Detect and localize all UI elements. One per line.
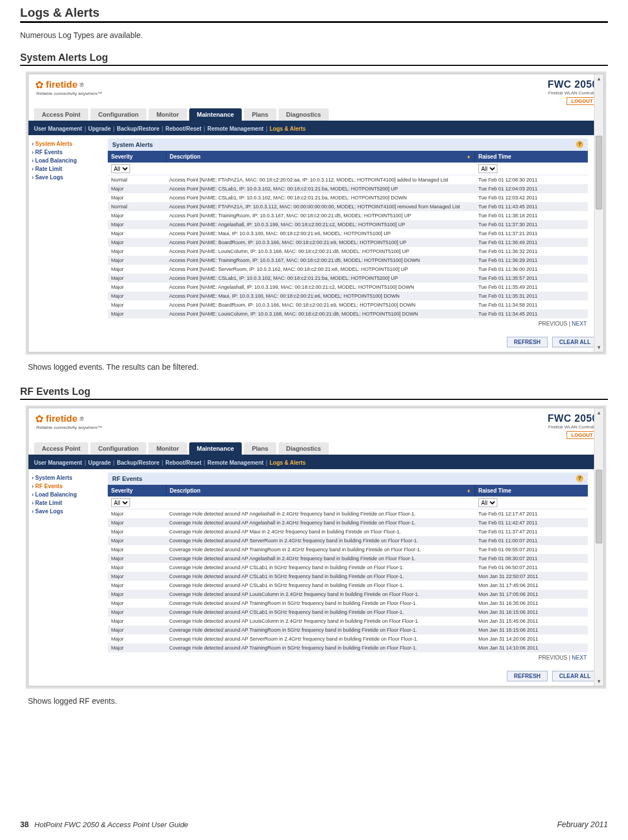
table-row: MajorAccess Point [NAME: CSLab1, IP: 10.… xyxy=(108,274,588,283)
tab-plans[interactable]: Plans xyxy=(244,108,276,121)
scroll-up-icon[interactable]: ▲ xyxy=(595,408,603,417)
caption-rf-events: Shows logged RF events. xyxy=(28,696,608,705)
sidebar-item-save-logs[interactable]: Save Logs xyxy=(32,507,103,516)
cell-severity: Major xyxy=(108,554,166,563)
cell-severity: Major xyxy=(108,220,166,229)
subnav-upgrade[interactable]: Upgrade xyxy=(88,126,111,132)
tab-access-point[interactable]: Access Point xyxy=(34,108,88,121)
scroll-down-icon[interactable]: ▼ xyxy=(595,343,603,352)
cell-description: Coverage Hole detected around AP Trainin… xyxy=(166,626,475,634)
sidebar-item-system-alerts[interactable]: System Alerts xyxy=(32,140,103,148)
cell-severity: Major xyxy=(108,184,166,193)
scroll-down-icon[interactable]: ▼ xyxy=(595,677,603,686)
sidebar-item-system-alerts[interactable]: System Alerts xyxy=(32,474,103,482)
cell-description: Access Point [NAME: CSLab1, IP: 10.0.3.1… xyxy=(166,184,475,193)
time-filter[interactable]: All xyxy=(478,498,497,507)
tab-maintenance[interactable]: Maintenance xyxy=(189,108,242,121)
subnav-remote-management[interactable]: Remote Management xyxy=(208,460,264,466)
help-icon[interactable]: ? xyxy=(576,141,583,148)
cell-description: Coverage Hole detected around AP Angelas… xyxy=(166,554,475,563)
intro-text: Numerous Log Types are available. xyxy=(20,31,608,40)
table-row: MajorCoverage Hole detected around AP Tr… xyxy=(108,626,588,634)
table-row: MajorAccess Point [NAME: LouisColumn, IP… xyxy=(108,309,588,318)
subnav-remote-management[interactable]: Remote Management xyxy=(208,126,264,132)
cell-description: Coverage Hole detected around AP CSLab1 … xyxy=(166,608,475,617)
table-row: MajorCoverage Hole detected around AP Se… xyxy=(108,536,588,545)
cell-time: Tue Feb 01 12:17:47 2011 xyxy=(475,509,588,518)
cell-severity: Major xyxy=(108,211,166,220)
refresh-button[interactable]: REFRESH xyxy=(507,671,548,681)
brand-logo: ✿ firetide® xyxy=(35,79,102,91)
table-row: MajorCoverage Hole detected around AP An… xyxy=(108,554,588,563)
cell-severity: Major xyxy=(108,617,166,626)
refresh-button[interactable]: REFRESH xyxy=(507,337,548,347)
col-raised-time[interactable]: Raised Time xyxy=(474,151,588,163)
tab-maintenance[interactable]: Maintenance xyxy=(189,442,242,455)
tab-access-point[interactable]: Access Point xyxy=(34,442,88,455)
subnav-reboot-reset[interactable]: Reboot/Reset xyxy=(165,460,201,466)
tab-configuration[interactable]: Configuration xyxy=(90,442,146,455)
cell-description: Access Point [NAME: FTAPA21A, IP: 10.0.3… xyxy=(166,202,475,211)
table-row: MajorAccess Point [NAME: ServerRoom, IP:… xyxy=(108,265,588,274)
cell-severity: Major xyxy=(108,292,166,300)
cell-severity: Major xyxy=(108,256,166,265)
tab-monitor[interactable]: Monitor xyxy=(148,108,186,121)
product-subtitle: Firetide WLAN Controller xyxy=(548,90,598,96)
tab-configuration[interactable]: Configuration xyxy=(90,108,146,121)
col-description[interactable]: Description♦ xyxy=(166,485,474,497)
cell-severity: Major xyxy=(108,247,166,256)
cell-time: Tue Feb 01 11:37:30 2011 xyxy=(475,220,588,229)
subnav-upgrade[interactable]: Upgrade xyxy=(88,460,111,466)
cell-severity: Major xyxy=(108,509,166,518)
sidebar-item-load-balancing[interactable]: Load Balancing xyxy=(32,156,103,165)
clear-all-button[interactable]: CLEAR ALL xyxy=(552,337,598,347)
clear-all-button[interactable]: CLEAR ALL xyxy=(552,671,598,681)
tab-plans[interactable]: Plans xyxy=(244,442,276,455)
col-raised-time[interactable]: Raised Time xyxy=(474,485,588,497)
col-description[interactable]: Description♦ xyxy=(166,151,474,163)
subnav-reboot-reset[interactable]: Reboot/Reset xyxy=(165,126,201,132)
next-link[interactable]: NEXT xyxy=(572,655,587,661)
sort-icon[interactable]: ♦ xyxy=(467,154,470,160)
subnav-backup-restore[interactable]: Backup/Restore xyxy=(117,126,159,132)
cell-description: Coverage Hole detected around AP LouisCo… xyxy=(166,617,475,626)
table-row: MajorAccess Point [NAME: LouisColumn, IP… xyxy=(108,247,588,256)
tab-monitor[interactable]: Monitor xyxy=(148,442,186,455)
subnav-user-management[interactable]: User Management xyxy=(34,460,82,466)
logout-button[interactable]: LOGOUT xyxy=(567,97,598,105)
table-row: MajorAccess Point [NAME: BoardRoom, IP: … xyxy=(108,238,588,247)
cell-time: Mon Jan 31 22:50:07 2011 xyxy=(475,572,588,581)
sidebar-item-rate-limit[interactable]: Rate Limit xyxy=(32,499,103,507)
cell-description: Access Point [NAME: CSLab1, IP: 10.0.3.1… xyxy=(166,193,475,202)
tab-diagnostics[interactable]: Diagnostics xyxy=(279,108,329,121)
subnav-logs-alerts[interactable]: Logs & Alerts xyxy=(270,460,306,466)
sort-icon[interactable]: ♦ xyxy=(467,488,470,494)
subnav-backup-restore[interactable]: Backup/Restore xyxy=(117,460,159,466)
page-title: Logs & Alerts xyxy=(20,6,608,23)
cell-description: Coverage Hole detected around AP Angelas… xyxy=(166,509,475,518)
tab-diagnostics[interactable]: Diagnostics xyxy=(279,442,329,455)
logout-button[interactable]: LOGOUT xyxy=(567,431,598,439)
sidebar-item-rf-events[interactable]: RF Events xyxy=(32,482,103,490)
table-row: MajorCoverage Hole detected around AP Lo… xyxy=(108,590,588,599)
col-severity[interactable]: Severity xyxy=(108,485,166,497)
sidebar-item-rf-events[interactable]: RF Events xyxy=(32,148,103,156)
cell-description: Coverage Hole detected around AP Angelas… xyxy=(166,518,475,527)
section-heading-rf-events: RF Events Log xyxy=(20,386,608,400)
severity-filter[interactable]: All xyxy=(111,498,130,507)
time-filter[interactable]: All xyxy=(478,164,497,173)
cell-severity: Major xyxy=(108,238,166,247)
scroll-up-icon[interactable]: ▲ xyxy=(595,74,603,83)
cell-description: Coverage Hole detected around AP Trainin… xyxy=(166,643,475,652)
sidebar-item-rate-limit[interactable]: Rate Limit xyxy=(32,165,103,173)
subnav-user-management[interactable]: User Management xyxy=(34,126,82,132)
sidebar-item-load-balancing[interactable]: Load Balancing xyxy=(32,490,103,499)
cell-time: Mon Jan 31 17:05:06 2011 xyxy=(475,590,588,599)
sidebar-item-save-logs[interactable]: Save Logs xyxy=(32,173,103,182)
severity-filter[interactable]: All xyxy=(111,164,130,173)
col-severity[interactable]: Severity xyxy=(108,151,166,163)
subnav-logs-alerts[interactable]: Logs & Alerts xyxy=(270,126,306,132)
help-icon[interactable]: ? xyxy=(576,475,583,482)
next-link[interactable]: NEXT xyxy=(572,321,587,327)
cell-severity: Major xyxy=(108,634,166,643)
